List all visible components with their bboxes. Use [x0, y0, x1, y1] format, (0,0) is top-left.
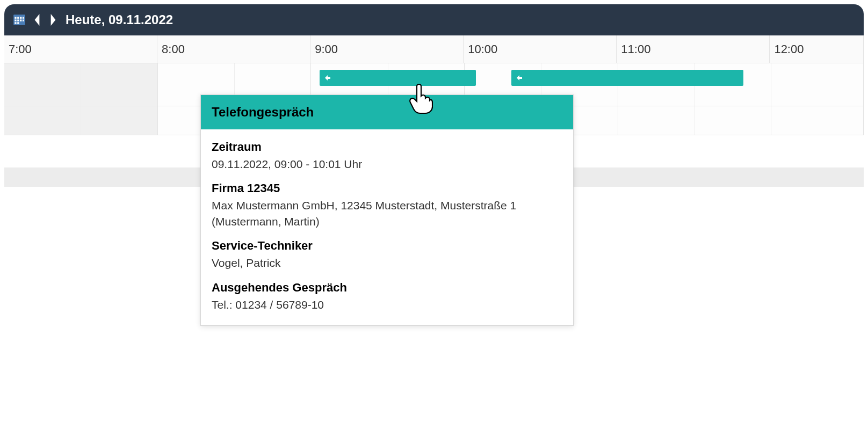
- svg-rect-10: [17, 22, 19, 24]
- time-label: 12:00: [770, 35, 864, 63]
- ausgehend-value: Tel.: 01234 / 56789-10: [212, 297, 562, 312]
- svg-rect-6: [17, 19, 19, 21]
- time-cell[interactable]: [771, 63, 864, 106]
- tooltip-body: Zeitraum 09.11.2022, 09:00 - 10:01 Uhr F…: [201, 129, 573, 325]
- time-label: 11:00: [617, 35, 770, 63]
- techniker-value: Vogel, Patrick: [212, 255, 562, 271]
- prev-arrow[interactable]: [30, 10, 44, 30]
- svg-rect-7: [20, 19, 21, 21]
- arrow-left-icon: [324, 74, 331, 82]
- arrow-left-icon: [516, 74, 523, 82]
- zeitraum-label: Zeitraum: [212, 140, 562, 154]
- svg-rect-8: [23, 19, 24, 21]
- time-label: 10:00: [464, 35, 617, 63]
- time-label: 9:00: [310, 35, 464, 63]
- next-arrow[interactable]: [46, 10, 60, 30]
- svg-rect-1: [15, 17, 16, 19]
- tooltip-ausgehend: Ausgehendes Gespräch Tel.: 01234 / 56789…: [212, 281, 562, 312]
- svg-rect-5: [15, 19, 16, 21]
- tooltip-firma: Firma 12345 Max Mustermann GmbH, 12345 M…: [212, 181, 562, 229]
- ausgehend-label: Ausgehendes Gespräch: [212, 281, 562, 295]
- event-tooltip: Telefongespräch Zeitraum 09.11.2022, 09:…: [200, 94, 574, 326]
- tooltip-title: Telefongespräch: [201, 95, 573, 129]
- time-label: 8:00: [157, 35, 310, 63]
- calendar-icon[interactable]: [11, 11, 28, 28]
- firma-value: Max Mustermann GmbH, 12345 Musterstadt, …: [212, 198, 562, 229]
- zeitraum-value: 09.11.2022, 09:00 - 10:01 Uhr: [212, 156, 562, 172]
- tooltip-techniker: Service-Techniker Vogel, Patrick: [212, 239, 562, 271]
- svg-rect-3: [20, 17, 21, 19]
- tooltip-zeitraum: Zeitraum 09.11.2022, 09:00 - 10:01 Uhr: [212, 140, 562, 172]
- svg-rect-9: [15, 22, 16, 24]
- time-cell[interactable]: [4, 63, 158, 106]
- time-cell[interactable]: [771, 106, 864, 135]
- firma-label: Firma 12345: [212, 181, 562, 195]
- time-cell[interactable]: [618, 106, 772, 135]
- time-header: 7:00 8:00 9:00 10:00 11:00 12:00: [4, 35, 864, 63]
- app-frame: Heute, 09.11.2022 7:00 8:00 9:00 10:00 1…: [4, 4, 864, 419]
- event-bar-1[interactable]: [320, 70, 476, 86]
- techniker-label: Service-Techniker: [212, 239, 562, 253]
- header-date-title: Heute, 09.11.2022: [66, 12, 173, 27]
- event-bar-2[interactable]: [511, 70, 743, 86]
- time-cell[interactable]: [4, 106, 158, 135]
- header-bar: Heute, 09.11.2022: [4, 4, 864, 35]
- svg-rect-2: [17, 17, 19, 19]
- svg-rect-4: [23, 17, 24, 19]
- time-label: 7:00: [4, 35, 157, 63]
